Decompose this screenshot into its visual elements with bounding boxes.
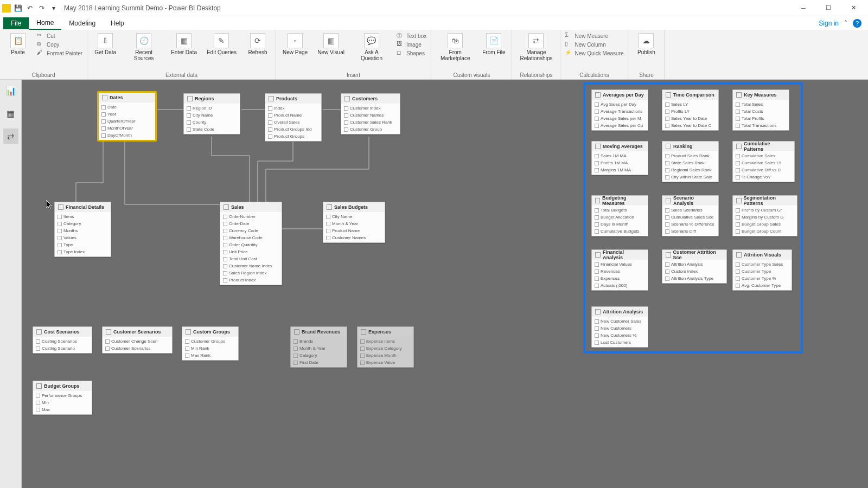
table-dates[interactable]: Dates DateYearQuarterOfYearMonthOfYearDa…	[98, 92, 156, 141]
textbox-button[interactable]: ⓉText box	[397, 32, 426, 40]
field-row[interactable]: Min	[33, 399, 92, 406]
table-custom-groups[interactable]: Custom Groups Customer GroupsMin RankMax…	[182, 326, 239, 361]
field-row[interactable]: Unit Price	[220, 248, 282, 255]
field-row[interactable]: Date	[99, 104, 155, 111]
field-row[interactable]: Sales Scenarios	[662, 207, 718, 214]
field-row[interactable]: Sales Year to Date C	[662, 122, 718, 129]
close-button[interactable]: ✕	[841, 0, 866, 16]
format-painter-button[interactable]: 🖌Format Painter	[37, 49, 82, 57]
field-row[interactable]: Product Name	[265, 112, 321, 119]
qat-dropdown-icon[interactable]: ▾	[50, 4, 58, 12]
field-row[interactable]: Order Quantity	[220, 241, 282, 248]
minimize-button[interactable]: ─	[791, 0, 816, 16]
field-row[interactable]: Customer Name Index	[220, 262, 282, 269]
field-row[interactable]: Total Unit Cost	[220, 255, 282, 262]
measure-key-measures[interactable]: Key Measures Total SalesTotal CostsTotal…	[732, 89, 789, 131]
field-row[interactable]: QuarterOfYear	[99, 118, 155, 125]
field-row[interactable]: State Sales Rank	[662, 159, 718, 166]
field-row[interactable]: Profits 1M MA	[592, 159, 648, 166]
field-row[interactable]: Type Index	[55, 248, 111, 255]
field-row[interactable]: Items	[55, 213, 111, 220]
field-row[interactable]: Total Budgets	[592, 207, 648, 214]
publish-button[interactable]: ☁Publish	[633, 32, 660, 56]
field-row[interactable]: Average Transactions	[592, 108, 648, 115]
field-row[interactable]: Currency Code	[220, 227, 282, 234]
field-row[interactable]: City Name	[184, 112, 240, 119]
measure-financial-analysis[interactable]: Financial Analysis Financial ValuesReven…	[591, 249, 648, 291]
field-row[interactable]: Performance Groups	[33, 392, 92, 399]
field-row[interactable]: Sales Year to Date	[662, 115, 718, 122]
field-row[interactable]: New Customers %	[592, 332, 648, 339]
field-row[interactable]: Cumulative Sales LY	[733, 159, 794, 166]
report-view-icon[interactable]: 📊	[3, 83, 18, 98]
measure-attrition-visuals[interactable]: Attrition Visuals Customer Type SalesCus…	[732, 249, 792, 291]
field-row[interactable]: DayOfMonth	[99, 132, 155, 139]
field-row[interactable]: Sales Region Index	[220, 269, 282, 277]
measure-budgeting[interactable]: Budgeting Measures Total BudgetsBudget A…	[591, 195, 648, 236]
field-row[interactable]: Customer Names	[341, 112, 400, 119]
image-button[interactable]: 🖼Image	[397, 41, 426, 48]
field-row[interactable]: Customer Group	[341, 126, 400, 133]
measure-attrition-analysis[interactable]: Attrition Analysis New Customer SalesNew…	[591, 306, 648, 348]
field-row[interactable]: Brands	[291, 338, 347, 345]
tab-file[interactable]: File	[3, 17, 29, 29]
field-row[interactable]: Average Sales per Cu	[592, 122, 648, 129]
measure-segmentation-patterns[interactable]: Segmentation Patterns Profits by Custom …	[732, 195, 797, 236]
tab-help[interactable]: Help	[103, 17, 132, 29]
field-row[interactable]: OrderNumber	[220, 213, 282, 220]
field-row[interactable]: Avg Sales per Day	[592, 101, 648, 108]
field-row[interactable]: Financial Values	[592, 261, 648, 268]
new-page-button[interactable]: ▫New Page	[280, 32, 310, 56]
field-row[interactable]: Profits by Custom Gr	[733, 207, 797, 214]
field-row[interactable]: Attrition Analysis Type	[662, 275, 726, 282]
tab-home[interactable]: Home	[29, 17, 61, 30]
field-row[interactable]: Index	[265, 105, 321, 112]
field-row[interactable]: Budget Group Sales	[733, 221, 797, 228]
field-row[interactable]: Scenario Diff	[662, 228, 718, 235]
measure-averages-per-day[interactable]: Averages per Day Avg Sales per DayAverag…	[591, 89, 648, 131]
field-row[interactable]: Customer Groups	[182, 338, 238, 345]
field-row[interactable]: Region ID	[184, 105, 240, 112]
shapes-button[interactable]: ◻Shapes	[397, 49, 426, 57]
field-row[interactable]: Months	[55, 227, 111, 234]
measure-cumulative-patterns[interactable]: Cumulative Patterns Cumulative SalesCumu…	[732, 141, 795, 182]
undo-icon[interactable]: ↶	[26, 4, 34, 12]
tab-modeling[interactable]: Modeling	[61, 17, 103, 29]
field-row[interactable]: Overall Sales	[265, 119, 321, 126]
field-row[interactable]: State Code	[184, 126, 240, 133]
model-canvas[interactable]: Dates DateYearQuarterOfYearMonthOfYearDa…	[22, 80, 868, 488]
field-row[interactable]: Expenses	[592, 275, 648, 282]
field-row[interactable]: Costing Scenarios	[33, 338, 92, 345]
field-row[interactable]: Customer Type %	[733, 275, 792, 282]
refresh-button[interactable]: ⟳Refresh	[244, 32, 271, 56]
field-row[interactable]: Customer Sales Rank	[341, 119, 400, 126]
field-row[interactable]: OrderDate	[220, 220, 282, 227]
recent-sources-button[interactable]: 🕘Recent Sources	[124, 32, 163, 62]
field-row[interactable]: City Name	[323, 213, 385, 220]
field-row[interactable]: Sales LY	[662, 101, 718, 108]
field-row[interactable]: Expense Value	[358, 359, 413, 366]
field-row[interactable]: Year	[99, 111, 155, 118]
new-visual-button[interactable]: ▥New Visual	[315, 32, 347, 56]
from-marketplace-button[interactable]: 🛍From Marketplace	[436, 32, 475, 62]
table-sales[interactable]: Sales OrderNumberOrderDateCurrency CodeW…	[220, 202, 282, 285]
model-view-icon[interactable]: ⇄	[3, 129, 18, 144]
field-row[interactable]: Average Sales per M	[592, 115, 648, 122]
measure-time-comparison[interactable]: Time Comparison Sales LYProfits LYSales …	[662, 89, 719, 131]
field-row[interactable]: New Customer Sales	[592, 318, 648, 325]
field-row[interactable]: Max	[33, 406, 92, 413]
save-icon[interactable]: 💾	[14, 4, 22, 12]
field-row[interactable]: Revenues	[592, 268, 648, 275]
maximize-button[interactable]: ☐	[816, 0, 841, 16]
field-row[interactable]: Days in Month	[592, 221, 648, 228]
field-row[interactable]: Total Transactions	[733, 122, 789, 129]
copy-button[interactable]: ⧉Copy	[37, 41, 82, 48]
signin-link[interactable]: Sign in	[819, 20, 839, 27]
field-row[interactable]: Min Rank	[182, 345, 238, 352]
field-row[interactable]: County	[184, 119, 240, 126]
field-row[interactable]: Category	[55, 220, 111, 227]
field-row[interactable]: Product Groups	[265, 133, 321, 140]
new-measure-button[interactable]: ΣNew Measure	[565, 32, 623, 40]
field-row[interactable]: Avg. Customer Type	[733, 282, 792, 289]
field-row[interactable]: Expense Items	[358, 338, 413, 345]
